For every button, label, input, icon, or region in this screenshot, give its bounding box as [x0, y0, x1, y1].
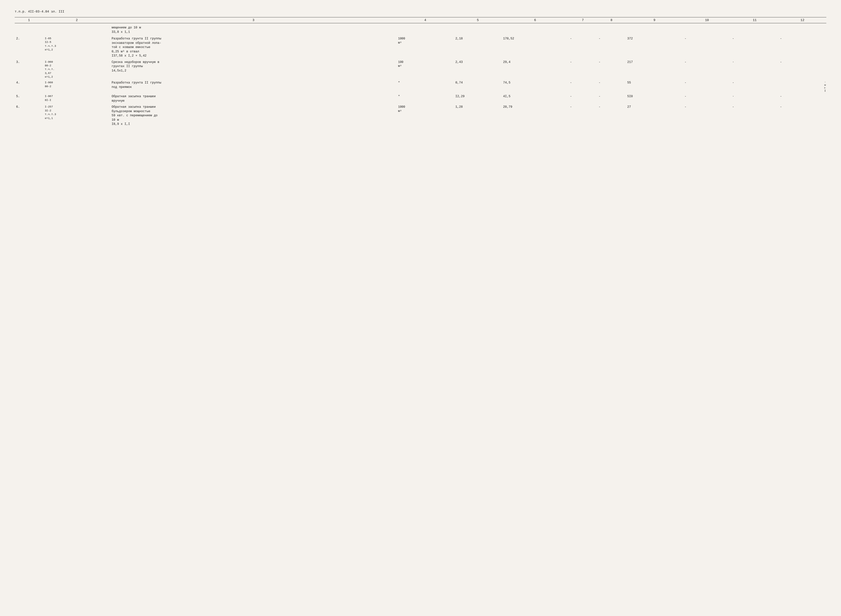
row5-col10: -	[683, 94, 731, 104]
row0-code	[43, 23, 110, 36]
col-header-8: 8	[597, 18, 626, 23]
row6-col12: -	[779, 104, 826, 128]
row0-col8	[597, 23, 626, 36]
row2-num: 2.	[15, 36, 43, 59]
row0-col9	[626, 23, 683, 36]
col-header-9: 9	[626, 18, 683, 23]
row5-unit: "	[397, 94, 454, 104]
row6-col5: 1,28	[454, 104, 502, 128]
table-row: 4. I-96080-2 Разработка грунта II группы…	[15, 80, 826, 94]
row2-desc: Разработка грунта II группыэкскаватором …	[110, 36, 397, 59]
row3-unit: 100м³	[397, 59, 454, 80]
row6-num: 6.	[15, 104, 43, 128]
row0-num	[15, 23, 43, 36]
row4-num: 4.	[15, 80, 43, 94]
row2-col10: -	[683, 36, 731, 59]
row0-col11	[731, 23, 779, 36]
row3-col10: -	[683, 59, 731, 80]
row5-col11: ·	[731, 94, 779, 104]
col-header-1: 1	[15, 18, 43, 23]
row2-col8: -	[597, 36, 626, 59]
row4-unit: "	[397, 80, 454, 94]
row2-col6: 170,52	[502, 36, 568, 59]
row6-col8: -	[597, 104, 626, 128]
row5-col9: 5I0	[626, 94, 683, 104]
row3-col6: 29,4	[502, 59, 568, 80]
row0-col12	[779, 23, 826, 36]
table-row: 5. I-9678I-I Обратная засыпка траншеивру…	[15, 94, 826, 104]
row3-col5: 2,43	[454, 59, 502, 80]
row5-desc: Обратная засыпка траншеивручную	[110, 94, 397, 104]
page-header: т.п.р. 4II-03-4.84 зл. III	[15, 10, 826, 13]
table-row: 3. I-96080-2т.ч.т.3,67к=1,2 Срезка недоб…	[15, 59, 826, 80]
row2-code: I-65I2-5т.ч.т.3к=1,2	[43, 36, 110, 59]
main-table: 1 2 3 4 5 6 7 8 9 10 11 12 мещением до 1…	[15, 17, 826, 142]
row4-code: I-96080-2	[43, 80, 110, 94]
spacer-row	[15, 128, 826, 142]
table-row: мещением до 10 м33,8 x 1,1	[15, 23, 826, 36]
row4-desc: Разработка грунта II группыпод приямок	[110, 80, 397, 94]
col-header-7: 7	[568, 18, 597, 23]
row5-col6: 4I,5	[502, 94, 568, 104]
row3-code: I-96080-2т.ч.т.3,67к=1,2	[43, 59, 110, 80]
row4-col8: -	[597, 80, 626, 94]
row4-col5: 0,74	[454, 80, 502, 94]
row5-col7: -	[568, 94, 597, 104]
row0-col10	[683, 23, 731, 36]
row3-col7: -	[568, 59, 597, 80]
table-row: 2. I-65I2-5т.ч.т.3к=1,2 Разработка грунт…	[15, 36, 826, 59]
row4-col10: -	[683, 80, 731, 94]
row6-col11: -	[731, 104, 779, 128]
table-row: 6. I-2573I-2т.ч.т.3к=1,1 Обратная засыпк…	[15, 104, 826, 128]
row2-unit: 1000м³	[397, 36, 454, 59]
row3-col8: -	[597, 59, 626, 80]
col-header-10: 10	[683, 18, 731, 23]
row6-col7: -	[568, 104, 597, 128]
row0-col6	[502, 23, 568, 36]
row5-col8: -	[597, 94, 626, 104]
row6-unit: 1000м³	[397, 104, 454, 128]
col-header-6: 6	[502, 18, 568, 23]
row5-num: 5.	[15, 94, 43, 104]
row2-col12: -	[779, 36, 826, 59]
row5-col12: -	[779, 94, 826, 104]
row0-unit	[397, 23, 454, 36]
row4-col11: -	[731, 80, 779, 94]
row4-col6: 74,5	[502, 80, 568, 94]
row6-col10: -	[683, 104, 731, 128]
row4-col12: ·ω⊢I	[779, 80, 826, 94]
row6-col6: 20,79	[502, 104, 568, 128]
row3-desc: Срезка недоборов вручную вгрунтах II гру…	[110, 59, 397, 80]
col-header-11: 11	[731, 18, 779, 23]
row3-num: 3.	[15, 59, 43, 80]
table-header-row: 1 2 3 4 5 6 7 8 9 10 11 12	[15, 18, 826, 23]
row4-col9: 55	[626, 80, 683, 94]
row2-col9: 372	[626, 36, 683, 59]
col-header-3: 3	[110, 18, 397, 23]
row2-col7: -	[568, 36, 597, 59]
row2-col11: -	[731, 36, 779, 59]
row2-col5: 2,18	[454, 36, 502, 59]
row3-col12: -	[779, 59, 826, 80]
col-header-4: 4	[397, 18, 454, 23]
row0-desc: мещением до 10 м33,8 x 1,1	[110, 23, 397, 36]
col-header-5: 5	[454, 18, 502, 23]
col-header-2: 2	[43, 18, 110, 23]
row4-col7: -	[568, 80, 597, 94]
col-header-12: 12	[779, 18, 826, 23]
row0-col5	[454, 23, 502, 36]
row6-code: I-2573I-2т.ч.т.3к=1,1	[43, 104, 110, 128]
row0-col7	[568, 23, 597, 36]
row5-col5: I2,29	[454, 94, 502, 104]
row3-col9: 217	[626, 59, 683, 80]
row6-desc: Обратная засыпка траншеибульдозером мощн…	[110, 104, 397, 128]
row6-col9: 27	[626, 104, 683, 128]
row3-col11: ·	[731, 59, 779, 80]
row5-code: I-9678I-I	[43, 94, 110, 104]
